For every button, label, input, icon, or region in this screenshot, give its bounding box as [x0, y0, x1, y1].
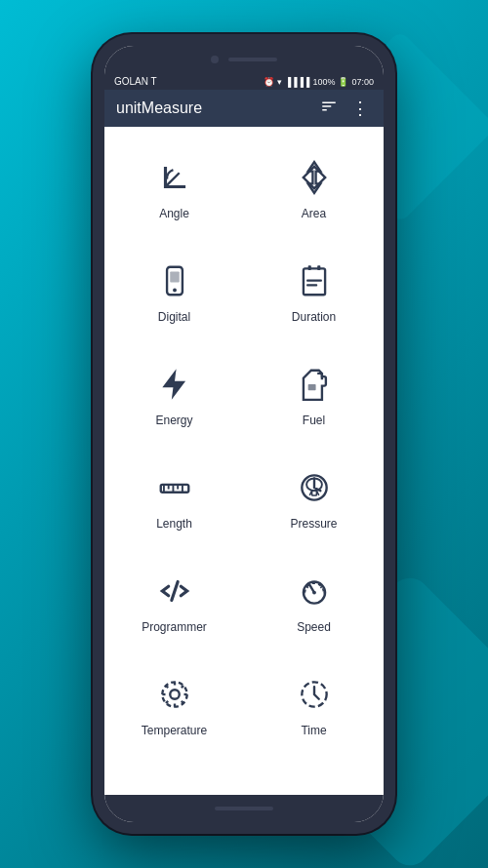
home-bar — [215, 807, 273, 810]
angle-label: Angle — [159, 207, 189, 220]
pressure-label: Pressure — [290, 517, 337, 531]
svg-rect-3 — [170, 272, 180, 283]
more-menu-icon[interactable]: ⋮ — [348, 98, 372, 119]
svg-point-22 — [312, 591, 316, 595]
energy-label: Energy — [155, 414, 192, 427]
speed-icon — [293, 570, 336, 612]
temperature-label: Temperature — [142, 724, 207, 737]
grid-item-area[interactable]: Area — [244, 137, 384, 240]
svg-rect-18 — [311, 491, 316, 495]
status-bar: GOLAN T ⏰ ▾ ▐▐▐▐ 100% 🔋 07:00 — [104, 73, 384, 90]
svg-rect-0 — [303, 167, 324, 188]
grid-item-energy[interactable]: Energy — [104, 343, 244, 447]
time-icon — [293, 673, 336, 716]
carrier-text: GOLAN T — [114, 76, 157, 87]
temperature-icon — [153, 673, 196, 716]
status-icons: ⏰ ▾ ▐▐▐▐ 100% 🔋 07:00 — [264, 77, 374, 87]
pressure-icon — [293, 466, 336, 509]
signal-icon: ▐▐▐▐ — [285, 77, 310, 87]
digital-label: Digital — [158, 310, 190, 324]
fuel-label: Fuel — [303, 414, 325, 427]
energy-icon — [153, 363, 196, 406]
programmer-label: Programmer — [142, 620, 207, 634]
svg-rect-4 — [303, 268, 324, 295]
svg-line-32 — [181, 686, 183, 688]
grid-item-speed[interactable]: Speed — [244, 550, 384, 653]
phone-frame: GOLAN T ⏰ ▾ ▐▐▐▐ 100% 🔋 07:00 unitMeasur… — [93, 34, 395, 834]
svg-rect-7 — [306, 279, 322, 281]
grid-item-duration[interactable]: Duration — [244, 240, 384, 343]
main-content: Angle Area — [104, 127, 384, 795]
svg-line-30 — [181, 701, 183, 703]
toolbar-actions: ⋮ — [317, 98, 372, 119]
length-label: Length — [156, 517, 192, 531]
speed-label: Speed — [297, 620, 331, 634]
length-icon — [153, 466, 196, 509]
camera-dot — [211, 56, 219, 63]
duration-label: Duration — [292, 310, 336, 324]
sort-icon[interactable] — [317, 98, 341, 119]
duration-icon — [293, 259, 336, 302]
area-label: Area — [302, 207, 326, 220]
speaker-bar — [228, 58, 277, 61]
alarm-icon: ⏰ — [264, 77, 274, 87]
wifi-icon: ▾ — [277, 77, 282, 87]
time-text: 07:00 — [351, 77, 374, 87]
fuel-icon — [293, 363, 336, 406]
svg-rect-10 — [160, 485, 188, 493]
grid-item-temperature[interactable]: Temperature — [104, 653, 244, 757]
angle-icon — [153, 156, 196, 199]
grid-item-fuel[interactable]: Fuel — [244, 343, 384, 447]
programmer-icon — [153, 570, 196, 612]
phone-top-bar — [104, 46, 384, 73]
svg-line-29 — [165, 686, 167, 688]
svg-point-24 — [170, 690, 180, 699]
battery-text: 100% — [312, 77, 335, 87]
phone-bottom-bar — [104, 795, 384, 822]
grid-item-time[interactable]: Time — [244, 653, 384, 757]
svg-rect-5 — [307, 265, 310, 270]
svg-line-31 — [165, 701, 167, 703]
area-icon — [293, 156, 336, 199]
grid-item-pressure[interactable]: Pressure — [244, 447, 384, 550]
digital-icon — [153, 259, 196, 302]
svg-rect-8 — [306, 284, 317, 286]
grid-item-digital[interactable]: Digital — [104, 240, 244, 343]
grid-item-angle[interactable]: Angle — [104, 137, 244, 240]
svg-rect-9 — [307, 384, 315, 390]
svg-point-2 — [173, 289, 177, 293]
category-grid: Angle Area — [104, 137, 384, 757]
time-label: Time — [301, 724, 326, 737]
app-title: unitMeasure — [116, 99, 202, 117]
svg-rect-6 — [317, 265, 320, 270]
toolbar: unitMeasure ⋮ — [104, 90, 384, 127]
battery-icon: 🔋 — [338, 77, 348, 87]
grid-item-programmer[interactable]: Programmer — [104, 550, 244, 653]
grid-item-length[interactable]: Length — [104, 447, 244, 550]
